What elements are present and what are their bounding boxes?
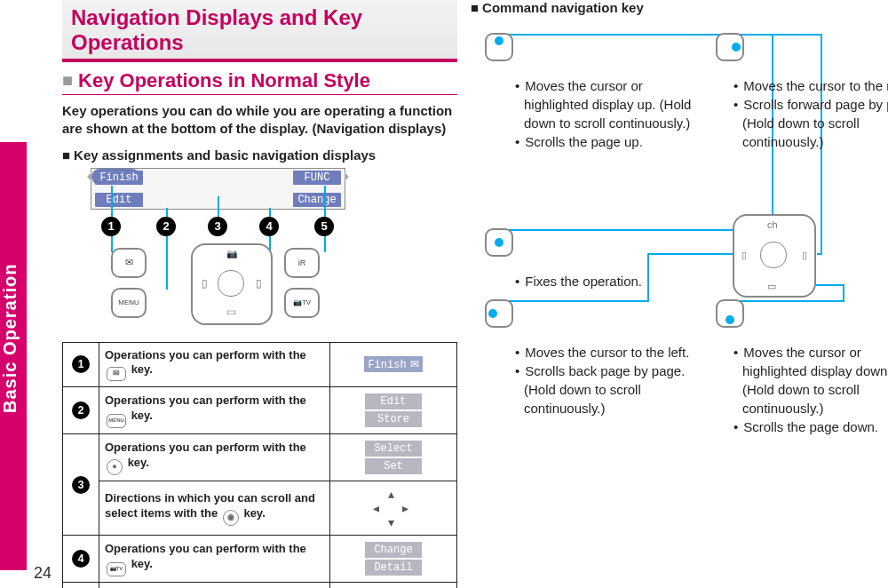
command-nav-heading: ■Command navigation key [471,0,879,15]
subhead-text: Key Operations in Normal Style [78,69,370,91]
dpad-inline-icon: ◉ [223,510,239,526]
center-key-inline-icon: ● [107,459,123,475]
dpad-right-icon [716,33,744,61]
section-subhead: ■Key Operations in Normal Style [62,69,457,95]
side-tab: Basic Operation [0,142,27,570]
book-bottom-icon: ▭ [226,306,236,318]
book-right-icon: ▯ [256,277,262,290]
softkey-func: FUNC [293,171,341,185]
dpad-center-icon [485,228,513,257]
center-dpad-icon: ch ▯ ▯ ▭ [733,214,816,298]
chip-finish: Finish [364,356,422,372]
softkey-finish: Finish [95,171,143,185]
dpad-up-icon [485,33,513,61]
camtv-key-icon: 📷TV [284,288,320,318]
scroll-arrows-icon: ▴◂ ▸▾ [330,481,457,536]
operations-table: 1 Operations you can perform with the ✉ … [62,342,457,589]
left-description: Moves the cursor to the left. Scrolls ba… [480,343,715,417]
book-left-icon: ▯ [202,277,208,290]
badge-1: 1 [101,217,121,236]
badge-2: 2 [156,217,176,236]
badge-3: 3 [208,217,227,236]
dpad-left-icon [485,299,513,328]
badge-4: 4 [259,217,279,236]
up-description: Moves the cursor or highlighted display … [480,76,710,151]
softkey-change: Change [293,193,341,207]
page-title: Navigation Displays and Key Operations [62,0,457,62]
block-heading: ■Key assignments and basic navigation di… [62,147,457,163]
menu-key-inline-icon: MENU [107,414,126,428]
command-nav-diagram: Moves the cursor or highlighted display … [471,19,879,516]
square-bullet-icon: ■ [62,70,73,90]
square-bullet-icon: ■ [471,0,479,15]
dpad-icon: 📷 ▯ ▯ ▭ [191,243,273,325]
softkey-edit: Edit [95,193,143,207]
table-row: Directions in which you can scroll and s… [63,481,457,536]
lead-paragraph: Key operations you can do while you are … [62,102,457,139]
table-row: 1 Operations you can perform with the ✉ … [63,342,457,387]
table-row: 2 Operations you can perform with the ME… [63,387,457,434]
menu-key-icon: MENU [111,288,147,318]
square-bullet-icon: ■ [62,147,70,163]
page-number: 24 [27,564,59,583]
table-row: 4 Operations you can perform with the 📷T… [63,536,457,583]
table-row: 3 Operations you can perform with the ● … [63,434,457,481]
down-description: Moves the cursor or highlighted display … [698,343,888,436]
mail-key-inline-icon: ✉ [107,367,126,381]
center-description: Fixes the operation. [480,272,710,290]
badge-5: 5 [314,217,334,236]
right-description: Moves the cursor to the right. Scrolls f… [698,76,888,151]
mail-key-icon: ✉ [111,248,147,278]
ir-key-icon: iR [284,248,320,278]
camtv-key-inline-icon: 📷TV [107,562,126,576]
dpad-down-icon [716,299,744,328]
softkey-figure: Finish Edit Select FUNC Change 1 2 3 4 5 [62,168,457,337]
camera-icon: 📷 [226,249,237,258]
table-row: 5 Operations you can perform with the iR… [63,583,457,588]
